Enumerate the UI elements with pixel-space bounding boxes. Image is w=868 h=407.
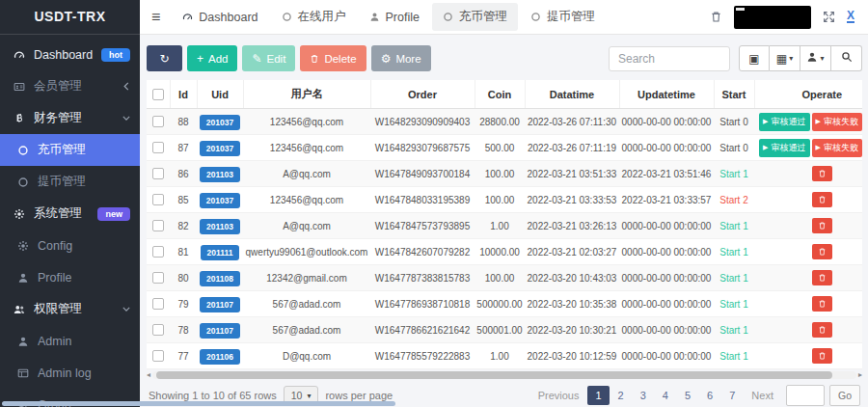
- refresh-button[interactable]: ↻: [147, 45, 182, 71]
- delete-row-button[interactable]: [812, 166, 832, 181]
- pagination-page-3[interactable]: 3: [633, 386, 654, 405]
- row-checkbox[interactable]: [152, 272, 164, 284]
- hamburger-icon[interactable]: ≡: [151, 9, 160, 26]
- reject-button[interactable]: ▶审核失败: [812, 113, 862, 131]
- add-button[interactable]: +Add: [187, 45, 237, 71]
- column-header[interactable]: Operate: [754, 80, 862, 109]
- uid-badge[interactable]: 201037: [200, 115, 240, 130]
- browser-hscroll-thumb[interactable]: [2, 401, 395, 406]
- approve-button[interactable]: ▶审核通过: [759, 139, 809, 157]
- delete-row-button[interactable]: [812, 218, 832, 233]
- pagination-jump-input[interactable]: [786, 385, 825, 406]
- nav-tab-2[interactable]: Profile: [359, 5, 430, 30]
- pagination-go-button[interactable]: Go: [829, 385, 860, 406]
- fullscreen-search-button[interactable]: [831, 45, 862, 71]
- column-header[interactable]: Order: [370, 80, 475, 109]
- row-checkbox[interactable]: [152, 168, 164, 179]
- delete-row-button[interactable]: [812, 296, 832, 312]
- row-checkbox[interactable]: [152, 350, 164, 362]
- delete-row-button[interactable]: [812, 348, 832, 364]
- nav-tab-4[interactable]: 提币管理: [520, 3, 606, 31]
- delete-row-button[interactable]: [812, 244, 832, 259]
- column-header[interactable]: Start: [714, 80, 754, 109]
- uid-badge[interactable]: 201108: [200, 271, 240, 286]
- scroll-left-arrow[interactable]: ◂: [147, 370, 150, 380]
- gear-icon: [16, 240, 30, 252]
- table-row: 8020110812342@gmail.comW1647787383815783…: [147, 265, 862, 291]
- sidebar-item-7[interactable]: Profile: [0, 261, 140, 293]
- sidebar-item-2[interactable]: 财务管理: [0, 102, 140, 134]
- sidebar-item-9[interactable]: Admin: [0, 325, 140, 357]
- top-tabs: Dashboard在线用户Profile充币管理提币管理: [172, 3, 606, 31]
- scrollbar-thumb[interactable]: [156, 371, 832, 379]
- column-header[interactable]: Id: [170, 80, 197, 109]
- row-checkbox[interactable]: [152, 246, 164, 258]
- toggle-view-button[interactable]: ▣: [739, 45, 770, 71]
- pagination-page-6[interactable]: 6: [699, 386, 720, 405]
- trash-icon[interactable]: [710, 11, 722, 23]
- nav-tab-1[interactable]: 在线用户: [271, 3, 357, 31]
- redacted-user-info: [734, 6, 811, 29]
- row-checkbox[interactable]: [152, 142, 164, 153]
- columns-button[interactable]: ▦▾: [770, 45, 800, 71]
- uid-badge[interactable]: 201106: [200, 349, 240, 365]
- row-checkbox[interactable]: [152, 324, 164, 336]
- row-checkbox[interactable]: [152, 194, 164, 205]
- pagination-page-5[interactable]: 5: [677, 386, 698, 405]
- column-header[interactable]: Uid: [197, 80, 243, 109]
- nav-tab-0[interactable]: Dashboard: [172, 5, 268, 30]
- operate-cell: [754, 343, 862, 369]
- column-header[interactable]: 用户名: [243, 80, 370, 109]
- uid-badge[interactable]: 201107: [200, 297, 240, 312]
- sidebar-item-4[interactable]: 提币管理: [0, 166, 140, 198]
- rows-per-page-label: rows per page: [325, 390, 393, 401]
- sidebar-item-10[interactable]: Admin log: [0, 357, 140, 389]
- row-checkbox[interactable]: [152, 220, 164, 231]
- x-underline-icon[interactable]: X: [847, 11, 854, 23]
- delete-button[interactable]: Delete: [300, 45, 366, 71]
- edit-button[interactable]: ✎Edit: [242, 45, 295, 71]
- delete-row-button[interactable]: [812, 192, 832, 207]
- search-input[interactable]: [609, 46, 730, 71]
- column-header[interactable]: Updatetime: [619, 80, 714, 109]
- column-header[interactable]: Coin: [475, 80, 525, 109]
- select-all-checkbox[interactable]: [152, 89, 164, 100]
- uid-badge[interactable]: 201037: [200, 193, 240, 208]
- table-row: 82201103A@qq.comW16478475737938951.00202…: [147, 213, 862, 239]
- list-icon: [16, 367, 30, 379]
- sidebar-item-1[interactable]: 会员管理: [0, 70, 140, 102]
- row-checkbox[interactable]: [152, 116, 164, 127]
- coin-cell: 1.00: [475, 343, 525, 369]
- uid-badge[interactable]: 201107: [200, 323, 240, 339]
- sidebar-item-8[interactable]: 权限管理: [0, 293, 140, 325]
- delete-row-button[interactable]: [812, 270, 832, 285]
- export-button[interactable]: ▾: [800, 45, 831, 71]
- pagination-page-2[interactable]: 2: [610, 386, 632, 405]
- more-button[interactable]: ⚙More: [371, 45, 431, 71]
- pagination-page-7[interactable]: 7: [721, 386, 743, 405]
- row-checkbox[interactable]: [152, 298, 164, 310]
- nav-tab-3[interactable]: 充币管理: [432, 3, 518, 31]
- main-area: ≡ Dashboard在线用户Profile充币管理提币管理 X ↻ +Add …: [140, 0, 868, 407]
- uid-badge[interactable]: 201103: [200, 167, 240, 182]
- scrollbar-track[interactable]: [152, 371, 856, 379]
- uid-badge[interactable]: 201103: [200, 219, 240, 234]
- sidebar-item-6[interactable]: Config: [0, 230, 140, 261]
- uid-badge[interactable]: 201037: [200, 141, 240, 156]
- column-header[interactable]: Datatime: [525, 80, 619, 109]
- sidebar-item-5[interactable]: 系统管理new: [0, 198, 140, 230]
- scroll-right-arrow[interactable]: ▸: [858, 370, 862, 380]
- sidebar-item-0[interactable]: Dashboardhot: [0, 39, 140, 70]
- pagination-page-4[interactable]: 4: [655, 386, 676, 405]
- pagination-page-1[interactable]: 1: [587, 386, 609, 405]
- reject-button[interactable]: ▶审核失败: [812, 139, 862, 157]
- delete-row-button[interactable]: [812, 322, 832, 338]
- pagination-previous[interactable]: Previous: [530, 386, 587, 405]
- pagination-next[interactable]: Next: [744, 386, 781, 405]
- coin-cell: 28800.00: [475, 109, 525, 135]
- brand-title[interactable]: USDT-TRX: [0, 0, 140, 35]
- sidebar-item-3[interactable]: 充币管理: [0, 134, 140, 166]
- uid-badge[interactable]: 201111: [201, 245, 240, 260]
- approve-button[interactable]: ▶审核通过: [759, 113, 809, 131]
- fullscreen-expand-icon[interactable]: [823, 11, 835, 23]
